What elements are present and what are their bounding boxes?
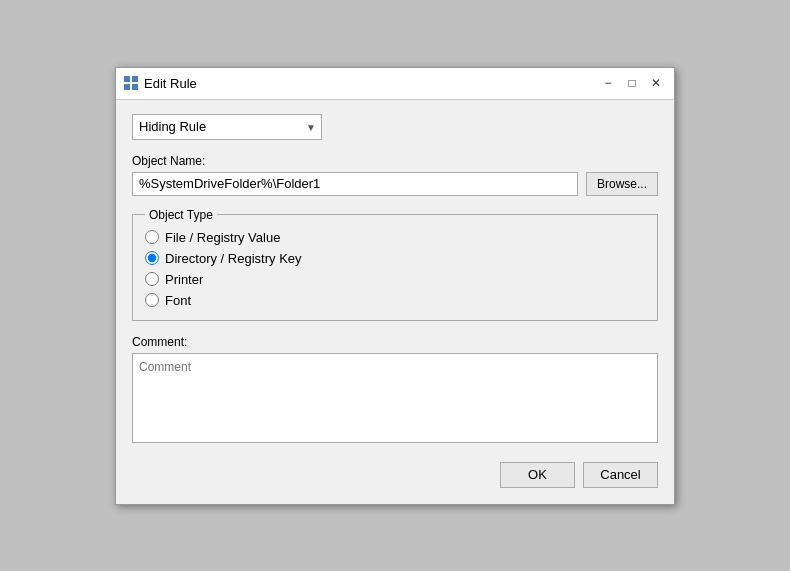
radio-option-font: Font: [145, 293, 645, 308]
comment-section: Comment:: [132, 335, 658, 446]
object-name-section: Object Name: Browse...: [132, 154, 658, 196]
radio-option-file: File / Registry Value: [145, 230, 645, 245]
radio-font[interactable]: [145, 293, 159, 307]
edit-rule-dialog: Edit Rule − □ ✕ Hiding Rule Restriction …: [115, 67, 675, 505]
object-type-legend: Object Type: [145, 208, 217, 222]
object-name-row: Browse...: [132, 172, 658, 196]
rule-type-dropdown-wrapper: Hiding Rule Restriction Rule: [132, 114, 322, 140]
window-body: Hiding Rule Restriction Rule Object Name…: [116, 100, 674, 504]
radio-option-dir: Directory / Registry Key: [145, 251, 645, 266]
rule-type-dropdown[interactable]: Hiding Rule Restriction Rule: [132, 114, 322, 140]
radio-font-label[interactable]: Font: [165, 293, 191, 308]
comment-textarea[interactable]: [132, 353, 658, 443]
app-icon: [124, 76, 138, 90]
object-type-fieldset: Object Type File / Registry Value Direct…: [132, 208, 658, 321]
radio-printer[interactable]: [145, 272, 159, 286]
ok-button[interactable]: OK: [500, 462, 575, 488]
maximize-button[interactable]: □: [622, 73, 642, 93]
button-row: OK Cancel: [132, 462, 658, 488]
close-button[interactable]: ✕: [646, 73, 666, 93]
object-name-input[interactable]: [132, 172, 578, 196]
title-bar-left: Edit Rule: [124, 76, 197, 91]
object-name-label: Object Name:: [132, 154, 658, 168]
radio-dir-label[interactable]: Directory / Registry Key: [165, 251, 302, 266]
radio-printer-label[interactable]: Printer: [165, 272, 203, 287]
title-controls: − □ ✕: [598, 73, 666, 93]
comment-label: Comment:: [132, 335, 658, 349]
radio-file[interactable]: [145, 230, 159, 244]
minimize-button[interactable]: −: [598, 73, 618, 93]
title-bar: Edit Rule − □ ✕: [116, 68, 674, 100]
rule-type-row: Hiding Rule Restriction Rule: [132, 114, 658, 140]
cancel-button[interactable]: Cancel: [583, 462, 658, 488]
radio-dir[interactable]: [145, 251, 159, 265]
radio-option-printer: Printer: [145, 272, 645, 287]
browse-button[interactable]: Browse...: [586, 172, 658, 196]
radio-file-label[interactable]: File / Registry Value: [165, 230, 280, 245]
window-title: Edit Rule: [144, 76, 197, 91]
